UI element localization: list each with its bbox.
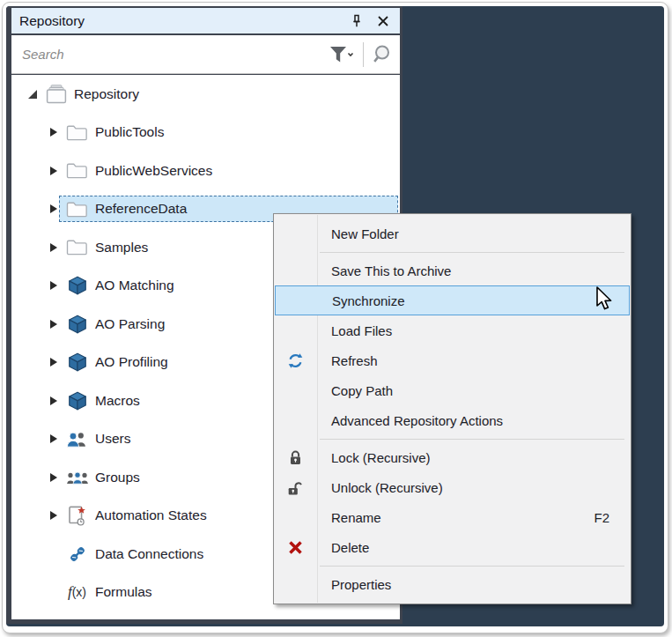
tree-item-publictools[interactable]: PublicTools xyxy=(11,114,400,152)
menu-item-label: New Folder xyxy=(331,226,399,241)
cube-icon xyxy=(65,314,89,335)
tree-item-label: Formulas xyxy=(95,584,152,600)
tree-item-label: Groups xyxy=(95,470,140,485)
menu-item-properties[interactable]: Properties xyxy=(274,569,631,599)
menu-item-label: Synchronize xyxy=(332,293,405,308)
menu-item-label: Lock (Recursive) xyxy=(331,450,431,465)
menu-item-label: Advanced Repository Actions xyxy=(331,413,503,428)
tree-item-partial[interactable] xyxy=(11,611,400,619)
tree-item-label: Macros xyxy=(95,393,140,409)
pin-icon[interactable] xyxy=(348,12,366,30)
menu-item-label: Delete xyxy=(331,540,369,555)
connection-icon xyxy=(65,544,89,565)
tree-item-body[interactable]: Repository xyxy=(38,81,398,107)
expander-icon[interactable] xyxy=(48,281,59,290)
folder-icon xyxy=(65,198,89,219)
expander-icon[interactable] xyxy=(48,204,59,213)
menu-item-unlock-recursive-[interactable]: Unlock (Recursive) xyxy=(274,472,631,502)
close-icon[interactable] xyxy=(374,12,392,30)
users-icon xyxy=(65,428,89,449)
expander-icon[interactable] xyxy=(26,90,38,99)
screenshot-frame: Repository xyxy=(2,2,668,633)
cube-icon xyxy=(65,275,89,296)
app-background: Repository xyxy=(6,6,664,626)
tree-item-label: AO Matching xyxy=(95,278,174,293)
groups-icon xyxy=(65,467,89,488)
tree-item-label: AO Profiling xyxy=(95,354,168,370)
expander-icon[interactable] xyxy=(48,128,59,137)
tree-item-label: ReferenceData xyxy=(95,201,187,217)
menu-item-shortcut: F2 xyxy=(594,510,609,525)
filter-icon[interactable] xyxy=(329,45,355,64)
panel-titlebar: Repository xyxy=(11,8,400,33)
lock-icon xyxy=(274,449,317,466)
expander-icon[interactable] xyxy=(48,167,59,175)
expander-icon[interactable] xyxy=(48,358,59,367)
tree-item-label: PublicWebServices xyxy=(95,163,212,179)
menu-separator xyxy=(320,439,624,440)
tree-item-label: Data Connections xyxy=(95,546,203,562)
menu-item-rename[interactable]: Rename F2 xyxy=(274,502,631,532)
expander-icon[interactable] xyxy=(48,473,59,482)
menu-item-label: Load Files xyxy=(331,323,392,338)
menu-item-refresh[interactable]: Refresh xyxy=(274,345,631,375)
menu-item-label: Copy Path xyxy=(331,383,393,398)
search-bar xyxy=(11,35,400,74)
refresh-icon xyxy=(274,352,317,369)
menu-item-lock-recursive-[interactable]: Lock (Recursive) xyxy=(274,442,631,472)
search-input[interactable] xyxy=(20,46,329,63)
folder-icon xyxy=(65,237,89,258)
unlock-icon xyxy=(274,479,317,496)
tree-item-label: AO Parsing xyxy=(95,316,165,332)
expander-icon[interactable] xyxy=(48,511,59,520)
menu-item-synchronize[interactable]: Synchronize xyxy=(275,285,630,315)
tree-item-label: PublicTools xyxy=(95,124,164,140)
search-icon[interactable] xyxy=(372,44,393,65)
menu-item-label: Save This to Archive xyxy=(331,263,451,278)
tree-item-label: Automation States xyxy=(95,507,207,523)
automation-icon xyxy=(65,505,89,526)
panel-title: Repository xyxy=(19,13,348,29)
context-menu: New Folder Save This to Archive Synchron… xyxy=(273,213,631,604)
tree-item-repository[interactable]: Repository xyxy=(11,75,400,114)
expander-icon[interactable] xyxy=(48,434,59,443)
folder-icon xyxy=(65,122,89,143)
menu-item-label: Refresh xyxy=(331,353,378,368)
cube-icon xyxy=(65,390,89,411)
menu-item-save-this-to-archive[interactable]: Save This to Archive xyxy=(274,256,631,285)
menu-item-advanced-repository-actions[interactable]: Advanced Repository Actions xyxy=(274,405,631,435)
expander-icon[interactable] xyxy=(48,243,59,252)
expander-icon[interactable] xyxy=(48,320,59,329)
menu-item-new-folder[interactable]: New Folder xyxy=(274,219,631,248)
tree-item-publicwebservices[interactable]: PublicWebServices xyxy=(11,152,400,190)
folder-stack-icon xyxy=(44,84,68,105)
menu-item-label: Rename xyxy=(331,510,381,525)
menu-item-load-files[interactable]: Load Files xyxy=(274,315,631,345)
cube-icon xyxy=(65,352,89,373)
menu-item-label: Properties xyxy=(331,577,391,592)
tree-item-label: Repository xyxy=(74,86,139,102)
menu-separator xyxy=(320,566,624,567)
menu-item-delete[interactable]: Delete xyxy=(274,532,631,562)
formula-icon: f(x) xyxy=(65,581,89,603)
menu-item-copy-path[interactable]: Copy Path xyxy=(274,375,631,405)
menu-item-label: Unlock (Recursive) xyxy=(331,480,443,495)
tree-item-body[interactable]: PublicTools xyxy=(59,119,398,145)
tree-item-body[interactable]: PublicWebServices xyxy=(59,158,398,184)
menu-separator xyxy=(320,252,624,253)
search-divider xyxy=(363,42,364,67)
expander-icon[interactable] xyxy=(48,396,59,405)
tree-item-label: Users xyxy=(95,431,130,447)
folder-icon xyxy=(65,160,89,181)
tree-item-label: Samples xyxy=(95,240,148,256)
tree-item-body[interactable] xyxy=(59,618,398,619)
delete-icon xyxy=(274,540,317,555)
